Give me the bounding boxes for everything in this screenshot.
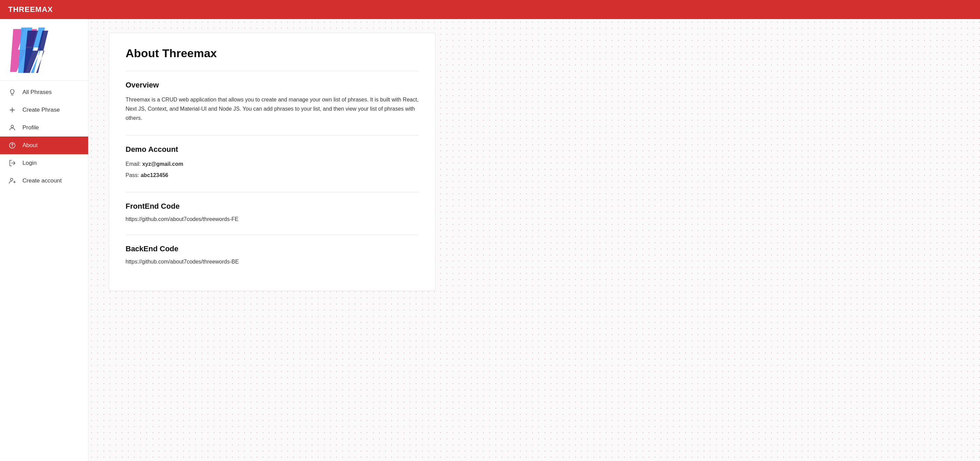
- sidebar-item-create-phrase[interactable]: Create Phrase: [0, 101, 88, 119]
- plus-icon: [8, 106, 16, 114]
- sidebar-item-all-phrases-label: All Phrases: [22, 89, 52, 96]
- sidebar-item-login[interactable]: Login: [0, 154, 88, 172]
- sidebar-item-profile-label: Profile: [22, 124, 39, 131]
- backend-code-link[interactable]: https://github.com/about7codes/threeword…: [126, 259, 239, 265]
- app-logo: [5, 26, 50, 73]
- section-backend-code: BackEnd Code https://github.com/about7co…: [126, 234, 419, 265]
- backend-code-title: BackEnd Code: [126, 244, 419, 253]
- nav-list: All Phrases Create Phrase: [0, 83, 88, 190]
- sidebar-item-profile[interactable]: Profile: [0, 119, 88, 137]
- sidebar: All Phrases Create Phrase: [0, 19, 89, 461]
- overview-title: Overview: [126, 81, 419, 89]
- frontend-code-title: FrontEnd Code: [126, 202, 419, 211]
- sidebar-item-login-label: Login: [22, 160, 37, 166]
- svg-marker-2: [24, 30, 48, 73]
- demo-email: Email: xyz@gmail.com: [126, 160, 419, 169]
- person-add-icon: [8, 177, 16, 185]
- demo-account-title: Demo Account: [126, 145, 419, 154]
- layout: All Phrases Create Phrase: [0, 19, 980, 461]
- app-title: THREEMAX: [8, 5, 53, 14]
- svg-point-3: [11, 125, 13, 128]
- demo-pass-value: abc123456: [140, 172, 168, 178]
- demo-email-value: xyz@gmail.com: [142, 161, 183, 167]
- person-icon: [8, 124, 16, 132]
- sidebar-item-about-label: About: [22, 142, 37, 149]
- sidebar-item-all-phrases[interactable]: All Phrases: [0, 83, 88, 101]
- section-overview: Overview Threemax is a CRUD web applicat…: [126, 71, 419, 123]
- page-title: About Threemax: [126, 47, 419, 60]
- bulb-icon: [8, 88, 16, 96]
- logo-container: [0, 19, 88, 81]
- sidebar-item-about[interactable]: About: [0, 137, 88, 154]
- sidebar-item-create-phrase-label: Create Phrase: [22, 107, 60, 113]
- login-icon: [8, 159, 16, 167]
- help-icon: [8, 141, 16, 150]
- demo-pass: Pass: abc123456: [126, 171, 419, 180]
- svg-point-5: [11, 179, 13, 181]
- content-card: About Threemax Overview Threemax is a CR…: [109, 33, 436, 291]
- sidebar-item-create-account[interactable]: Create account: [0, 172, 88, 190]
- frontend-code-link[interactable]: https://github.com/about7codes/threeword…: [126, 216, 239, 222]
- section-demo-account: Demo Account Email: xyz@gmail.com Pass: …: [126, 135, 419, 180]
- overview-body: Threemax is a CRUD web application that …: [126, 95, 419, 123]
- topbar: THREEMAX: [0, 0, 980, 19]
- section-frontend-code: FrontEnd Code https://github.com/about7c…: [126, 192, 419, 222]
- sidebar-item-create-account-label: Create account: [22, 177, 62, 184]
- main-content: About Threemax Overview Threemax is a CR…: [89, 19, 980, 461]
